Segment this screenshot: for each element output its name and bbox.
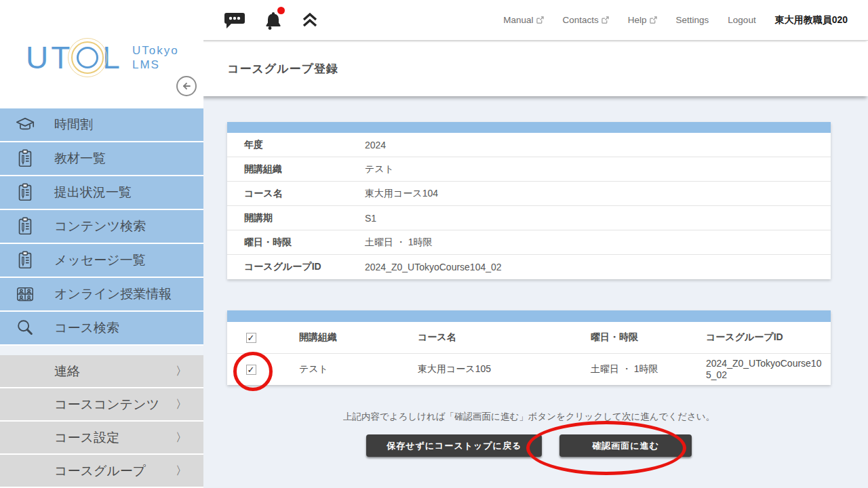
table-header-row: ✓ 開講組織 コース名 曜日・時限 コースグループID [227,322,831,354]
sidebar-item-label: コンテンツ検索 [54,218,146,235]
main-content: 年度 2024 開講組織 テスト コース名 東大用コース104 開講期 S1 曜… [203,96,868,488]
table-row: 年度 2024 [227,133,831,157]
sidebar-item-label: オンライン授業情報 [54,285,172,303]
sidebar-item-messages[interactable]: メッセージ一覧 [0,244,203,278]
external-link-icon [601,16,609,24]
chevron-right-icon: 〉 [176,463,187,479]
page-title: コースグループ登録 [227,61,338,77]
column-header-org: 開講組織 [275,331,393,344]
cell-day: 土曜日 ・ 1時限 [566,363,682,375]
arrow-left-icon [180,80,193,92]
proceed-to-confirmation-button[interactable]: 確認画面に進む [559,434,692,457]
logo-subtitle: UTokyo LMS [132,43,179,72]
table-header-band [227,122,831,133]
magnifier-icon [15,318,35,338]
sidebar-item-label: 連絡 [54,363,176,380]
manual-link[interactable]: Manual [503,15,543,25]
logo-o-rings [75,45,100,70]
external-link-icon [650,16,657,24]
sidebar-item-label: 教材一覧 [54,150,106,167]
logo-text-ut: UT [26,39,73,76]
sidebar-item-label: コースコンテンツ [54,396,176,413]
sidebar-item-contact[interactable]: 連絡 〉 [0,355,203,388]
table-row: コースグループID 2024_Z0_UTokyoCourse104_02 [227,255,831,279]
sidebar-item-label: 時間割 [54,116,93,134]
sidebar-item-materials[interactable]: 教材一覧 [0,142,203,176]
clipboard-icon [15,216,35,237]
table-row: 曜日・時限 土曜日 ・ 1時限 [227,230,831,255]
settings-link[interactable]: Settings [676,15,709,25]
chat-icon[interactable] [224,10,245,30]
video-grid-icon [15,284,35,304]
sidebar-item-label: コース設定 [54,429,176,447]
table-header-band [227,310,831,322]
sidebar-item-timetable[interactable]: 時間割 [0,108,203,142]
sidebar: UTL UTokyo LMS 時間割 教材一覧 [0,0,203,488]
cell-org: テスト [275,363,393,375]
help-link[interactable]: Help [628,15,657,25]
chevron-right-icon: 〉 [176,396,187,412]
sidebar-menu: 時間割 教材一覧 提出状況一覧 コンテンツ検索 メッセージ一覧 [0,108,203,488]
sidebar-item-online-class-info[interactable]: オンライン授業情報 [0,278,203,312]
sidebar-item-course-settings[interactable]: コース設定 〉 [0,422,203,455]
sidebar-item-label: 提出状況一覧 [54,184,132,201]
sidebar-item-label: コースグループ [54,462,176,480]
column-header-course: コース名 [393,331,566,344]
row-checkbox[interactable]: ✓ [246,365,256,375]
instruction-text: 上記内容でよろしければ「確認画面に進む」ボタンをクリックして次に進んでください。 [227,411,831,423]
external-link-icon [536,16,544,24]
sidebar-item-content-search[interactable]: コンテンツ検索 [0,210,203,244]
notifications-bell-icon[interactable] [263,9,283,31]
course-selection-table: ✓ 開講組織 コース名 曜日・時限 コースグループID ✓ テスト 東大用コース… [227,310,831,385]
chevron-right-icon: 〉 [176,430,187,445]
topbar: Manual Contacts Help Settings Logout 東大用… [203,0,868,41]
sidebar-section-divider [0,346,203,355]
notification-badge [277,7,285,14]
table-row: ✓ テスト 東大用コース105 土曜日 ・ 1時限 2024_Z0_UTokyo… [227,354,831,385]
logo-area: UTL UTokyo LMS [0,0,203,108]
table-row: コース名 東大用コース104 [227,182,831,206]
sidebar-item-label: コース検索 [54,319,119,337]
contacts-link[interactable]: Contacts [563,15,609,25]
cell-course: 東大用コース105 [393,363,566,375]
back-to-course-top-button[interactable]: 保存せずにコーストップに戻る [366,434,542,457]
column-header-day: 曜日・時限 [566,331,682,344]
chevron-right-icon: 〉 [176,363,187,379]
table-row: 開講期 S1 [227,206,831,230]
select-all-checkbox[interactable]: ✓ [246,333,256,343]
table-row: 開講組織 テスト [227,157,831,182]
sidebar-item-course-contents[interactable]: コースコンテンツ 〉 [0,388,203,422]
clipboard-icon [15,148,35,169]
collapse-topbar-icon[interactable] [301,12,319,29]
sidebar-collapse-button[interactable] [176,76,197,96]
utol-logo: UTL UTokyo LMS [26,39,179,76]
clipboard-icon [15,250,35,270]
graduation-cap-icon [15,115,35,135]
cell-group-id: 2024_Z0_UTokyoCourse105_02 [682,358,831,381]
title-band: コースグループ登録 [203,41,868,96]
logout-link[interactable]: Logout [728,15,755,25]
course-info-table: 年度 2024 開講組織 テスト コース名 東大用コース104 開講期 S1 曜… [227,122,831,279]
clipboard-icon [15,182,35,203]
sidebar-item-label: メッセージ一覧 [54,251,146,269]
sidebar-item-submission-status[interactable]: 提出状況一覧 [0,176,203,210]
column-header-group-id: コースグループID [682,331,831,344]
sidebar-item-course-search[interactable]: コース検索 [0,312,203,346]
username-label: 東大用教職員020 [775,14,848,26]
sidebar-item-course-group[interactable]: コースグループ 〉 [0,455,203,488]
